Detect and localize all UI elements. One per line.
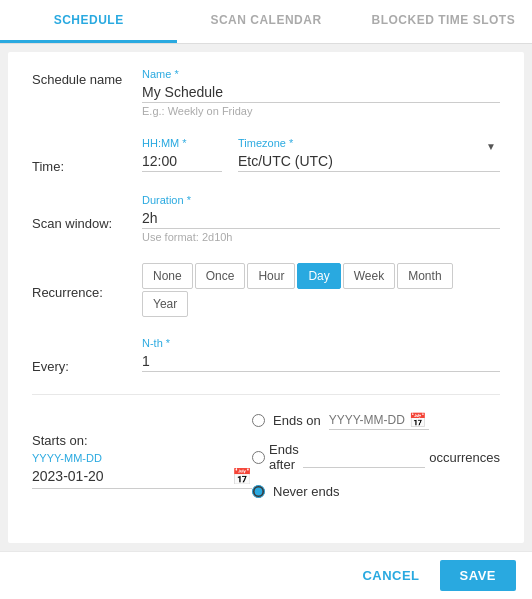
main-content: Schedule name Name * E.g.: Weekly on Fri… bbox=[8, 52, 524, 543]
ends-section: Ends on 📅 Ends after occurrences bbox=[252, 411, 500, 499]
scan-window-label: Scan window: bbox=[32, 194, 142, 231]
footer: CANCEL SAVE bbox=[0, 551, 532, 599]
name-field-label: Name * bbox=[142, 68, 500, 80]
starts-on-field: YYYY-MM-DD 📅 bbox=[32, 452, 252, 489]
never-ends-label: Never ends bbox=[273, 484, 339, 499]
tab-bar: SCHEDULE SCAN CALENDAR BLOCKED TIME SLOT… bbox=[0, 0, 532, 44]
never-ends-radio[interactable] bbox=[252, 485, 265, 498]
time-fields: HH:MM * Timezone * Etc/UTC (UTC) America… bbox=[142, 137, 500, 172]
tab-schedule[interactable]: SCHEDULE bbox=[0, 0, 177, 43]
starts-on-date-wrap: 📅 bbox=[32, 466, 252, 489]
ends-on-row: Ends on 📅 bbox=[252, 411, 500, 430]
ends-on-date-input[interactable] bbox=[329, 411, 409, 429]
ends-after-row: Ends after occurrences bbox=[252, 442, 500, 472]
schedule-name-field: Name * E.g.: Weekly on Friday bbox=[142, 68, 500, 117]
ends-on-label: Ends on bbox=[273, 413, 321, 428]
starts-on-section: Starts on: YYYY-MM-DD 📅 bbox=[32, 411, 252, 489]
save-button[interactable]: SAVE bbox=[440, 560, 516, 591]
every-field: N-th * bbox=[142, 337, 500, 372]
starts-on-date-label: YYYY-MM-DD bbox=[32, 452, 252, 464]
schedule-name-row: Schedule name Name * E.g.: Weekly on Fri… bbox=[32, 68, 500, 117]
recurrence-week-button[interactable]: Week bbox=[343, 263, 395, 289]
recurrence-once-button[interactable]: Once bbox=[195, 263, 246, 289]
ends-calendar-icon[interactable]: 📅 bbox=[409, 412, 426, 428]
recurrence-year-button[interactable]: Year bbox=[142, 291, 188, 317]
timezone-field: Timezone * Etc/UTC (UTC) America/New_Yor… bbox=[238, 137, 500, 172]
timezone-select[interactable]: Etc/UTC (UTC) America/New_York (EST) Ame… bbox=[238, 151, 500, 172]
recurrence-month-button[interactable]: Month bbox=[397, 263, 452, 289]
recurrence-day-button[interactable]: Day bbox=[297, 263, 340, 289]
duration-hint: Use format: 2d10h bbox=[142, 231, 500, 243]
nth-field-label: N-th * bbox=[142, 337, 500, 349]
recurrence-field: None Once Hour Day Week Month Year bbox=[142, 263, 500, 317]
scan-window-field: Duration * Use format: 2d10h bbox=[142, 194, 500, 243]
never-ends-row: Never ends bbox=[252, 484, 500, 499]
duration-field-label: Duration * bbox=[142, 194, 500, 206]
time-label: Time: bbox=[32, 137, 142, 174]
cancel-button[interactable]: CANCEL bbox=[350, 560, 431, 591]
every-input[interactable] bbox=[142, 351, 500, 372]
recurrence-hour-button[interactable]: Hour bbox=[247, 263, 295, 289]
app-container: SCHEDULE SCAN CALENDAR BLOCKED TIME SLOT… bbox=[0, 0, 532, 599]
ends-after-radio[interactable] bbox=[252, 451, 265, 464]
occurrences-label: occurrences bbox=[429, 450, 500, 465]
tab-scan-calendar[interactable]: SCAN CALENDAR bbox=[177, 0, 354, 43]
tab-blocked-time-slots[interactable]: BLOCKED TIME SLOTS bbox=[355, 0, 532, 43]
ends-after-input[interactable] bbox=[303, 447, 426, 468]
schedule-name-label: Schedule name bbox=[32, 68, 142, 87]
recurrence-row: Recurrence: None Once Hour Day Week Mont… bbox=[32, 263, 500, 317]
name-input[interactable] bbox=[142, 82, 500, 103]
recurrence-buttons: None Once Hour Day Week Month Year bbox=[142, 263, 500, 317]
every-label: Every: bbox=[32, 337, 142, 374]
duration-input[interactable] bbox=[142, 208, 500, 229]
time-field: HH:MM * bbox=[142, 137, 222, 172]
ends-date-wrap: 📅 bbox=[329, 411, 429, 430]
time-row: Time: HH:MM * Timezone * Etc/UTC (UTC) A… bbox=[32, 137, 500, 174]
calendar-icon[interactable]: 📅 bbox=[232, 467, 252, 486]
every-row: Every: N-th * bbox=[32, 337, 500, 374]
time-field-label: HH:MM * bbox=[142, 137, 222, 149]
timezone-field-label: Timezone * bbox=[238, 137, 500, 149]
starts-ends-row: Starts on: YYYY-MM-DD 📅 Ends on bbox=[32, 411, 500, 499]
starts-on-date-input[interactable] bbox=[32, 466, 232, 486]
recurrence-label: Recurrence: bbox=[32, 263, 142, 300]
ends-on-radio[interactable] bbox=[252, 414, 265, 427]
time-input[interactable] bbox=[142, 151, 222, 172]
recurrence-none-button[interactable]: None bbox=[142, 263, 193, 289]
starts-on-label: Starts on: bbox=[32, 411, 252, 448]
scan-window-row: Scan window: Duration * Use format: 2d10… bbox=[32, 194, 500, 243]
name-hint: E.g.: Weekly on Friday bbox=[142, 105, 500, 117]
divider bbox=[32, 394, 500, 395]
ends-after-label: Ends after bbox=[269, 442, 299, 472]
